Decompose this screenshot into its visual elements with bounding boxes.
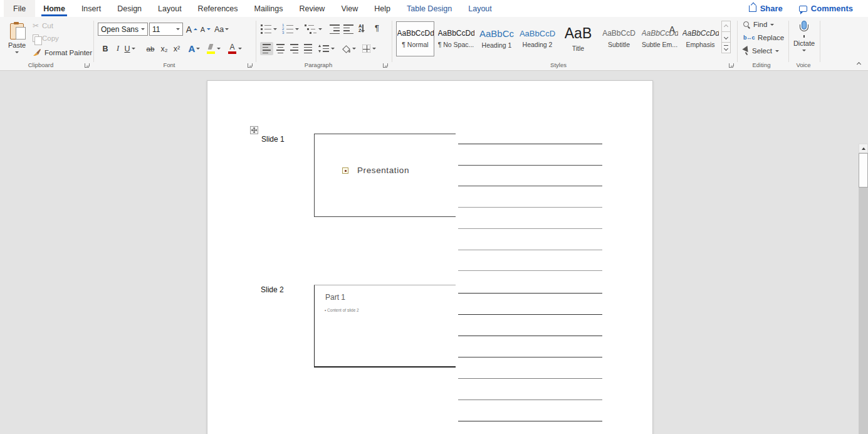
- font-size-combo[interactable]: 11: [149, 23, 183, 36]
- tab-layout-contextual[interactable]: Layout: [460, 0, 500, 17]
- tab-help[interactable]: Help: [366, 0, 399, 17]
- styles-scroll-up-button[interactable]: [721, 21, 731, 32]
- tab-design[interactable]: Design: [109, 0, 150, 17]
- style-preview-text: AaB: [565, 26, 592, 41]
- styles-dialog-launcher[interactable]: [729, 62, 735, 68]
- tab-view[interactable]: View: [333, 0, 366, 17]
- align-right-icon: [290, 44, 298, 53]
- style-title[interactable]: AaBTitle: [559, 21, 597, 56]
- borders-button[interactable]: [362, 42, 376, 55]
- superscript-button[interactable]: x²: [170, 42, 183, 55]
- multilevel-list-button[interactable]: [305, 23, 322, 36]
- italic-button[interactable]: I: [112, 42, 124, 55]
- find-dropdown-icon[interactable]: [770, 24, 774, 26]
- scroll-up-button[interactable]: [859, 144, 868, 153]
- strikethrough-button[interactable]: ab: [144, 42, 157, 55]
- embedded-object-icon: [342, 167, 348, 174]
- font-name-combo[interactable]: Open Sans: [98, 23, 148, 36]
- scrollbar-thumb[interactable]: [859, 153, 868, 188]
- select-dropdown-icon[interactable]: [775, 50, 779, 52]
- decrease-indent-icon: [330, 24, 340, 34]
- paste-dropdown-icon[interactable]: [15, 51, 19, 53]
- borders-dropdown-icon[interactable]: [372, 48, 376, 50]
- font-color-dropdown-icon[interactable]: [238, 48, 242, 50]
- style-subtle-em[interactable]: AaBbCcDdSubtle Em...: [641, 21, 679, 56]
- font-color-button[interactable]: A: [228, 42, 242, 55]
- dictate-dropdown-icon[interactable]: [802, 50, 806, 51]
- ribbon: Paste ✂ Cut Copy Format Painter Clipboar…: [0, 17, 868, 71]
- change-case-icon: Aa: [214, 25, 224, 34]
- tab-table-design-contextual[interactable]: Table Design: [399, 0, 460, 17]
- sort-button[interactable]: AZ: [358, 21, 363, 34]
- change-case-button[interactable]: Aa: [214, 23, 229, 36]
- highlight-dropdown-icon[interactable]: [217, 48, 221, 50]
- vertical-scrollbar[interactable]: [859, 144, 868, 434]
- clipboard-dialog-launcher[interactable]: [85, 62, 90, 68]
- format-painter-button[interactable]: Format Painter: [33, 48, 92, 56]
- style-preview-text: AaBbCcD: [520, 29, 555, 38]
- underline-dropdown-icon[interactable]: [132, 48, 135, 50]
- voice-group-label: Voice: [782, 61, 825, 68]
- shading-button[interactable]: [342, 42, 356, 55]
- tab-mailings[interactable]: Mailings: [246, 0, 291, 17]
- replace-button[interactable]: b↔c Replace: [743, 34, 784, 41]
- justify-button[interactable]: [301, 42, 315, 55]
- paste-button[interactable]: Paste: [5, 21, 29, 62]
- style-heading-1[interactable]: AaBbCcHeading 1: [478, 21, 516, 56]
- cut-button[interactable]: ✂ Cut: [33, 21, 53, 30]
- tab-layout[interactable]: Layout: [150, 0, 190, 17]
- dictate-microphone-icon: [800, 21, 808, 36]
- styles-gallery-more-button[interactable]: [721, 42, 731, 53]
- style-no-spac[interactable]: AaBbCcDd¶ No Spac...: [437, 21, 475, 56]
- subscript-button[interactable]: x₂: [158, 42, 170, 55]
- line-spacing-button[interactable]: [318, 42, 335, 55]
- shading-dropdown-icon[interactable]: [352, 48, 356, 50]
- tab-home[interactable]: Home: [35, 0, 73, 17]
- styles-scroll-down-button[interactable]: [721, 31, 731, 43]
- bold-icon: B: [102, 45, 108, 53]
- decrease-indent-button[interactable]: [330, 23, 340, 36]
- highlight-color-button[interactable]: [207, 42, 221, 55]
- slide-label-2: Slide 2: [261, 285, 284, 294]
- align-right-button[interactable]: [288, 42, 301, 55]
- style-name-label: ¶ No Spac...: [438, 41, 474, 48]
- paragraph-group-label: Paragraph: [293, 61, 343, 68]
- copy-button[interactable]: Copy: [33, 34, 59, 42]
- increase-indent-button[interactable]: [343, 23, 353, 36]
- collapse-ribbon-button[interactable]: [854, 60, 863, 68]
- document-page[interactable]: Slide 1PresentationSlide 2Part 1• Conten…: [207, 80, 653, 434]
- table-move-handle[interactable]: [250, 126, 258, 134]
- bullets-button[interactable]: [261, 23, 277, 36]
- dictate-button[interactable]: Dictate: [791, 21, 817, 51]
- select-button[interactable]: Select: [743, 47, 779, 55]
- text-effects-button[interactable]: A: [188, 42, 201, 55]
- tab-insert[interactable]: Insert: [73, 0, 109, 17]
- style-normal[interactable]: AaBbCcDd¶ Normal: [396, 21, 434, 56]
- style-preview-text: AaBbCcDd: [642, 29, 678, 38]
- show-hide-marks-button[interactable]: ¶: [375, 21, 379, 34]
- paragraph-dialog-launcher[interactable]: [383, 62, 389, 68]
- style-heading-2[interactable]: AaBbCcDHeading 2: [518, 21, 557, 56]
- tab-file[interactable]: File: [4, 0, 35, 17]
- grow-font-button[interactable]: A: [186, 23, 198, 36]
- style-emphasis[interactable]: AaBbCcDdEmphasis: [681, 21, 719, 56]
- font-dialog-launcher[interactable]: [248, 62, 253, 68]
- share-button[interactable]: Share: [744, 2, 788, 15]
- underline-button[interactable]: U: [123, 42, 136, 55]
- slide-thumbnail-1[interactable]: Presentation: [314, 134, 456, 217]
- tab-references[interactable]: References: [190, 0, 246, 17]
- bold-button[interactable]: B: [99, 42, 112, 55]
- slide-thumbnail-2[interactable]: Part 1• Content of slide 2: [314, 285, 456, 368]
- editing-group-label: Editing: [740, 61, 783, 68]
- align-left-button[interactable]: [260, 42, 273, 55]
- numbering-button[interactable]: 1 2 3: [282, 23, 299, 36]
- style-subtitle[interactable]: AaBbCcDSubtitle: [600, 21, 638, 56]
- shrink-font-button[interactable]: A: [199, 23, 212, 36]
- comments-button[interactable]: Comments: [794, 2, 858, 15]
- note-line: [458, 293, 602, 294]
- tab-review[interactable]: Review: [291, 0, 333, 17]
- find-button[interactable]: Find: [743, 21, 774, 28]
- note-line: [458, 357, 602, 357]
- underline-icon: U: [124, 45, 130, 53]
- align-center-button[interactable]: [274, 42, 287, 55]
